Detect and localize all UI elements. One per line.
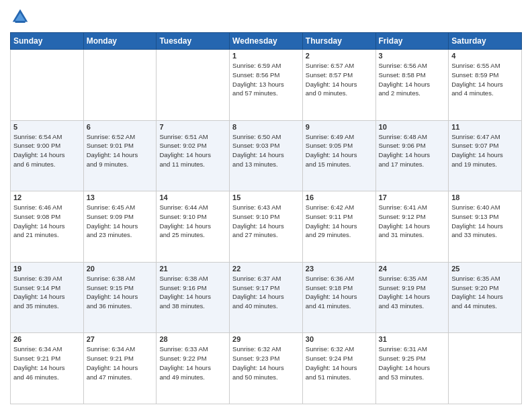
day-number: 14 [159,193,226,201]
calendar-week-1: 5Sunrise: 6:54 AM Sunset: 9:00 PM Daylig… [11,120,522,191]
calendar-cell: 31Sunrise: 6:31 AM Sunset: 9:25 PM Dayli… [375,333,449,404]
calendar-cell: 22Sunrise: 6:37 AM Sunset: 9:17 PM Dayli… [230,262,303,333]
calendar-cell: 10Sunrise: 6:48 AM Sunset: 9:06 PM Dayli… [375,120,449,191]
day-number: 6 [87,123,154,131]
weekday-header-thursday: Thursday [302,33,375,50]
logo-icon [10,7,30,27]
day-number: 8 [232,123,300,131]
day-info: Sunrise: 6:50 AM Sunset: 9:03 PM Dayligh… [232,132,300,169]
day-number: 26 [13,335,81,343]
day-number: 16 [306,193,373,201]
day-info: Sunrise: 6:46 AM Sunset: 9:08 PM Dayligh… [13,203,81,240]
calendar-cell: 17Sunrise: 6:41 AM Sunset: 9:12 PM Dayli… [375,191,449,263]
weekday-header-row: SundayMondayTuesdayWednesdayThursdayFrid… [11,33,522,50]
day-number: 1 [232,52,300,60]
day-number: 2 [306,52,373,60]
calendar-cell [157,50,230,121]
day-number: 28 [159,335,226,343]
calendar-cell: 2Sunrise: 6:57 AM Sunset: 8:57 PM Daylig… [302,50,375,121]
day-info: Sunrise: 6:56 AM Sunset: 8:58 PM Dayligh… [379,61,446,98]
day-info: Sunrise: 6:35 AM Sunset: 9:19 PM Dayligh… [379,274,446,311]
day-number: 21 [159,265,226,273]
day-number: 11 [451,123,519,131]
day-info: Sunrise: 6:44 AM Sunset: 9:10 PM Dayligh… [159,203,226,240]
day-info: Sunrise: 6:52 AM Sunset: 9:01 PM Dayligh… [87,132,154,169]
day-info: Sunrise: 6:59 AM Sunset: 8:56 PM Dayligh… [232,61,300,98]
day-number: 23 [306,265,373,273]
day-number: 30 [306,335,373,343]
day-number: 10 [379,123,446,131]
calendar-cell: 28Sunrise: 6:33 AM Sunset: 9:22 PM Dayli… [157,333,230,404]
day-number: 9 [306,123,373,131]
calendar-week-4: 26Sunrise: 6:34 AM Sunset: 9:21 PM Dayli… [11,333,522,404]
calendar-cell: 21Sunrise: 6:38 AM Sunset: 9:16 PM Dayli… [157,262,230,333]
day-number: 18 [451,193,519,201]
day-info: Sunrise: 6:36 AM Sunset: 9:18 PM Dayligh… [306,274,373,311]
calendar-cell: 9Sunrise: 6:49 AM Sunset: 9:05 PM Daylig… [302,120,375,191]
day-info: Sunrise: 6:57 AM Sunset: 8:57 PM Dayligh… [306,61,373,98]
day-info: Sunrise: 6:55 AM Sunset: 8:59 PM Dayligh… [451,61,519,98]
weekday-header-sunday: Sunday [11,33,84,50]
calendar-cell: 19Sunrise: 6:39 AM Sunset: 9:14 PM Dayli… [11,262,84,333]
day-number: 15 [232,193,300,201]
calendar-cell: 4Sunrise: 6:55 AM Sunset: 8:59 PM Daylig… [449,50,522,121]
header [10,7,522,27]
calendar-cell: 16Sunrise: 6:42 AM Sunset: 9:11 PM Dayli… [302,191,375,263]
calendar-cell: 24Sunrise: 6:35 AM Sunset: 9:19 PM Dayli… [375,262,449,333]
day-number: 20 [87,265,154,273]
day-info: Sunrise: 6:49 AM Sunset: 9:05 PM Dayligh… [306,132,373,169]
day-number: 5 [13,123,81,131]
weekday-header-monday: Monday [83,33,157,50]
day-info: Sunrise: 6:38 AM Sunset: 9:16 PM Dayligh… [159,274,226,311]
calendar-cell: 14Sunrise: 6:44 AM Sunset: 9:10 PM Dayli… [157,191,230,263]
calendar-cell: 8Sunrise: 6:50 AM Sunset: 9:03 PM Daylig… [230,120,303,191]
calendar-cell: 3Sunrise: 6:56 AM Sunset: 8:58 PM Daylig… [375,50,449,121]
day-info: Sunrise: 6:43 AM Sunset: 9:10 PM Dayligh… [232,203,300,240]
day-info: Sunrise: 6:38 AM Sunset: 9:15 PM Dayligh… [87,274,154,311]
day-number: 29 [232,335,300,343]
calendar-cell: 20Sunrise: 6:38 AM Sunset: 9:15 PM Dayli… [83,262,157,333]
calendar-week-2: 12Sunrise: 6:46 AM Sunset: 9:08 PM Dayli… [11,191,522,263]
calendar-cell [449,333,522,404]
calendar-cell: 15Sunrise: 6:43 AM Sunset: 9:10 PM Dayli… [230,191,303,263]
day-number: 31 [379,335,446,343]
day-number: 12 [13,193,81,201]
weekday-header-wednesday: Wednesday [230,33,303,50]
day-info: Sunrise: 6:48 AM Sunset: 9:06 PM Dayligh… [379,132,446,169]
day-number: 19 [13,265,81,273]
weekday-header-saturday: Saturday [449,33,522,50]
calendar-cell [11,50,84,121]
calendar-cell: 7Sunrise: 6:51 AM Sunset: 9:02 PM Daylig… [157,120,230,191]
calendar-cell: 23Sunrise: 6:36 AM Sunset: 9:18 PM Dayli… [302,262,375,333]
day-info: Sunrise: 6:32 AM Sunset: 9:23 PM Dayligh… [232,345,300,381]
calendar-cell: 6Sunrise: 6:52 AM Sunset: 9:01 PM Daylig… [83,120,157,191]
calendar-cell: 30Sunrise: 6:32 AM Sunset: 9:24 PM Dayli… [302,333,375,404]
calendar-cell: 1Sunrise: 6:59 AM Sunset: 8:56 PM Daylig… [230,50,303,121]
svg-rect-2 [15,21,26,23]
calendar-week-3: 19Sunrise: 6:39 AM Sunset: 9:14 PM Dayli… [11,262,522,333]
calendar-cell: 25Sunrise: 6:35 AM Sunset: 9:20 PM Dayli… [449,262,522,333]
day-info: Sunrise: 6:54 AM Sunset: 9:00 PM Dayligh… [13,132,81,169]
calendar-week-0: 1Sunrise: 6:59 AM Sunset: 8:56 PM Daylig… [11,50,522,121]
calendar-cell: 26Sunrise: 6:34 AM Sunset: 9:21 PM Dayli… [11,333,84,404]
day-info: Sunrise: 6:34 AM Sunset: 9:21 PM Dayligh… [13,345,81,381]
day-info: Sunrise: 6:31 AM Sunset: 9:25 PM Dayligh… [379,345,446,381]
day-number: 17 [379,193,446,201]
day-info: Sunrise: 6:33 AM Sunset: 9:22 PM Dayligh… [159,345,226,381]
day-info: Sunrise: 6:42 AM Sunset: 9:11 PM Dayligh… [306,203,373,240]
calendar-cell: 27Sunrise: 6:34 AM Sunset: 9:21 PM Dayli… [83,333,157,404]
weekday-header-tuesday: Tuesday [157,33,230,50]
day-number: 25 [451,265,519,273]
day-info: Sunrise: 6:34 AM Sunset: 9:21 PM Dayligh… [87,345,154,381]
calendar-cell: 29Sunrise: 6:32 AM Sunset: 9:23 PM Dayli… [230,333,303,404]
day-number: 4 [451,52,519,60]
day-info: Sunrise: 6:37 AM Sunset: 9:17 PM Dayligh… [232,274,300,311]
day-info: Sunrise: 6:35 AM Sunset: 9:20 PM Dayligh… [451,274,519,311]
calendar-table: SundayMondayTuesdayWednesdayThursdayFrid… [10,32,522,404]
day-number: 27 [87,335,154,343]
day-info: Sunrise: 6:41 AM Sunset: 9:12 PM Dayligh… [379,203,446,240]
weekday-header-friday: Friday [375,33,449,50]
calendar-cell: 11Sunrise: 6:47 AM Sunset: 9:07 PM Dayli… [449,120,522,191]
calendar-cell: 5Sunrise: 6:54 AM Sunset: 9:00 PM Daylig… [11,120,84,191]
day-number: 13 [87,193,154,201]
